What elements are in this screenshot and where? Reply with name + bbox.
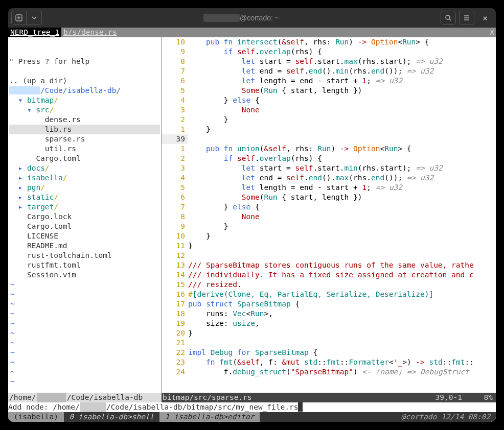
nerdtree-pane[interactable]: " Press ? for help .. (up a dir)xxxxxxx/… (8, 37, 162, 393)
svg-point-1 (446, 15, 450, 19)
statusline: /home/xxxxxx/Code/isabella-db bitmap/src… (8, 393, 496, 402)
new-tab-button[interactable] (11, 11, 27, 25)
source-code[interactable]: pub fn intersect(&self, rhs: Run) -> Opt… (188, 37, 496, 393)
vim-tabline: NERD_tree_1 b/s/dense.rs X (8, 28, 496, 37)
titlebar: xxxxx@cortado: ~ × (8, 8, 496, 28)
cursor (298, 402, 303, 412)
tab-nerdtree[interactable]: NERD_tree_1 (8, 28, 61, 37)
terminal-window: xxxxx@cortado: ~ × NERD_tree_1 b/s/dense… (8, 8, 496, 422)
close-icon[interactable]: × (477, 13, 493, 23)
vim-cmdline[interactable]: Add node: /home/xxxxxx/Code/isabella-db/… (8, 402, 496, 412)
tab-file[interactable]: b/s/dense.rs (61, 28, 119, 37)
statusline-left: /home/xxxxxx/Code/isabella-db (8, 393, 162, 402)
tmux-window-1[interactable]: 1 isabella-db>editor (159, 412, 260, 422)
tmux-session[interactable]: (isabella) (8, 412, 64, 422)
tmux-clock: @cortado 12/14 08:02 (400, 412, 496, 422)
tab-dropdown-button[interactable] (27, 11, 42, 25)
window-title: xxxxx@cortado: ~ (42, 13, 441, 23)
search-icon[interactable] (441, 11, 456, 25)
statusline-right: bitmap/src/sparse.rs 39,0-1 8% (162, 393, 496, 402)
tmux-statusline: (isabella) 0 isabella-db>shell 1 isabell… (8, 412, 496, 422)
line-gutter: 1098765432139123456789101112131415161718… (162, 37, 188, 393)
menu-icon[interactable] (459, 11, 474, 25)
code-pane[interactable]: 1098765432139123456789101112131415161718… (162, 37, 496, 393)
tmux-window-0[interactable]: 0 isabella-db>shell (64, 412, 159, 422)
tab-close-icon[interactable]: X (488, 28, 496, 37)
